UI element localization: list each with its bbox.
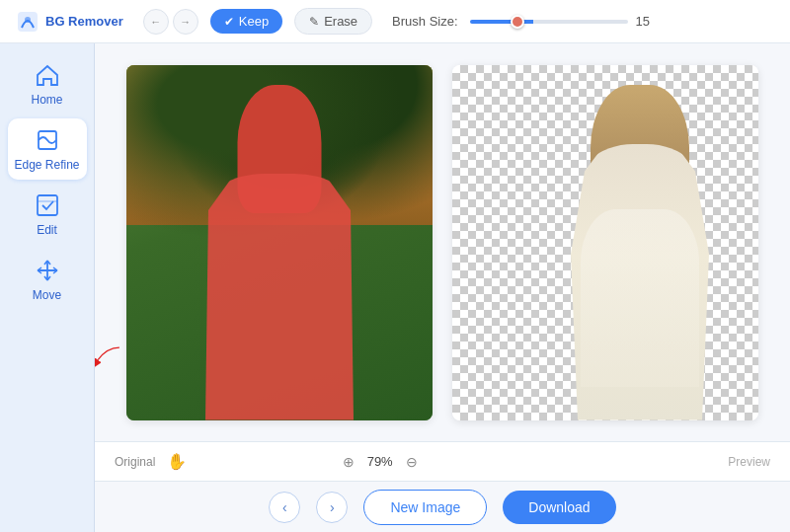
sidebar-item-edit[interactable]: Edit [8,184,87,245]
back-button[interactable]: ← [143,9,169,35]
edge-refine-icon [34,126,61,154]
edit-label: Edit [37,223,57,237]
nav-arrows: ← → [143,9,198,35]
zoom-controls: ⊕ 79% ⊖ [343,454,418,470]
zoom-in-icon[interactable]: ⊕ [343,454,355,470]
brush-slider-container: 15 [470,14,774,29]
erase-label: Erase [324,14,357,29]
preview-panel [452,65,758,420]
preview-image [452,65,758,420]
work-area: Original ✋ ⊕ 79% ⊖ Preview ‹ › New Image… [95,43,790,532]
brush-size-label: Brush Size: [392,14,457,29]
erase-button[interactable]: ✎ Erase [294,8,372,35]
body-red [205,174,354,420]
action-bar: ‹ › New Image Download [95,481,790,532]
erase-icon: ✎ [309,15,319,29]
svg-point-1 [25,17,31,23]
edge-refine-label: Edge Refine [14,158,79,172]
original-panel [126,65,433,420]
bottom-bar: Original ✋ ⊕ 79% ⊖ Preview [95,441,790,481]
zoom-out-icon[interactable]: ⊖ [406,454,418,470]
brush-size-slider[interactable] [470,20,628,24]
keep-icon: ✔ [224,15,234,29]
app-name: BG Remover [45,14,123,29]
app-logo: BG Remover [16,10,123,34]
forward-button[interactable]: → [173,9,198,35]
preview-person [541,85,739,420]
sidebar: Home Edge Refine Edit [0,43,95,532]
canvas-area [95,43,790,441]
sidebar-item-move[interactable]: Move [8,249,87,310]
home-icon [34,61,61,89]
toolbar: BG Remover ← → ✔ Keep ✎ Erase Brush Size… [0,0,790,43]
home-label: Home [31,93,62,107]
move-icon [34,257,61,284]
main-content: Home Edge Refine Edit [0,43,790,532]
bottom-left: Original ✋ [115,452,187,471]
move-label: Move [33,288,61,302]
brush-size-value: 15 [636,14,660,29]
pan-icon[interactable]: ✋ [167,452,187,471]
prev-image-button[interactable]: ‹ [269,492,300,523]
zoom-value: 79% [362,454,398,469]
keep-button[interactable]: ✔ Keep [210,9,282,34]
new-image-button[interactable]: New Image [363,490,487,525]
app-container: BG Remover ← → ✔ Keep ✎ Erase Brush Size… [0,0,790,532]
person-red-overlay [196,85,363,420]
edit-icon [34,191,61,219]
download-button[interactable]: Download [503,491,615,524]
preview-dress-detail [581,209,699,387]
app-logo-icon [16,10,40,34]
original-label: Original [115,455,155,469]
preview-label: Preview [728,455,770,469]
original-image [126,65,433,420]
sidebar-item-edge-refine[interactable]: Edge Refine [8,118,87,180]
next-image-button[interactable]: › [316,492,348,523]
svg-rect-3 [38,195,57,215]
sidebar-item-home[interactable]: Home [8,53,87,114]
keep-label: Keep [239,14,269,29]
